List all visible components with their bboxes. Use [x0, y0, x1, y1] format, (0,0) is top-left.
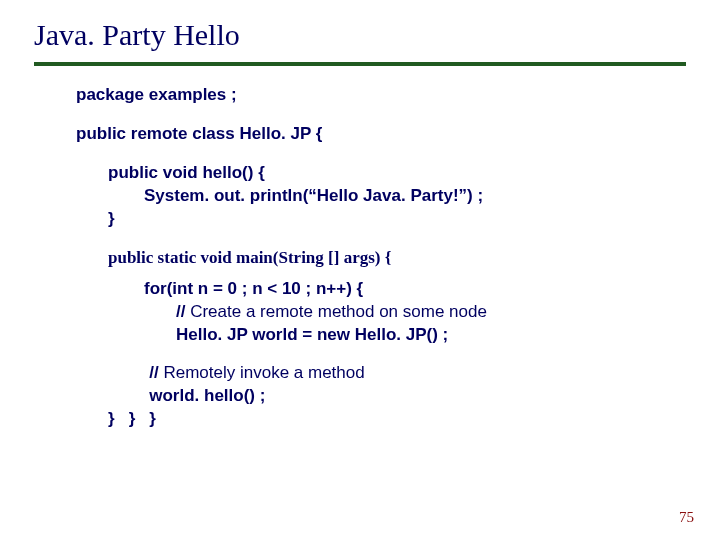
- code-line-close-main: }: [129, 408, 136, 431]
- code-line-package: package examples ;: [76, 84, 686, 107]
- code-line-world-new: Hello. JP world = new Hello. JP() ;: [76, 324, 686, 347]
- slide: Java. Party Hello package examples ; pub…: [0, 0, 720, 540]
- slide-title: Java. Party Hello: [34, 18, 686, 52]
- code-line-println: System. out. println(“Hello Java. Party!…: [76, 185, 686, 208]
- code-line-world-call: world. hello() ;: [149, 385, 364, 408]
- code-line-comment-invoke: // Remotely invoke a method: [149, 362, 364, 385]
- code-line-main-decl: public static void main(String [] args) …: [76, 247, 686, 270]
- code-line-close-class: }: [108, 408, 115, 431]
- code-line-comment-create: // Create a remote method on some node: [76, 301, 686, 324]
- comment-marker: //: [176, 302, 190, 321]
- code-line-close-hello: }: [76, 208, 686, 231]
- code-line-hello-decl: public void hello() {: [76, 162, 686, 185]
- code-line-class-decl: public remote class Hello. JP {: [76, 123, 686, 146]
- title-divider: [34, 62, 686, 66]
- comment-text: Remotely invoke a method: [163, 363, 364, 382]
- code-block: package examples ; public remote class H…: [34, 84, 686, 431]
- code-line-for: for(int n = 0 ; n < 10 ; n++) {: [76, 278, 686, 301]
- code-line-close-for: }: [149, 408, 364, 431]
- comment-marker: //: [149, 363, 163, 382]
- closing-brace-group: } } // Remotely invoke a method world. h…: [76, 362, 686, 431]
- page-number: 75: [679, 509, 694, 526]
- comment-text: Create a remote method on some node: [190, 302, 487, 321]
